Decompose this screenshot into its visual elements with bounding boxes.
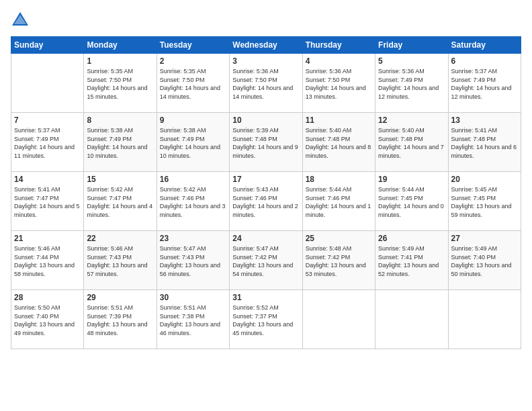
- day-number: 11: [306, 116, 372, 125]
- calendar-week-row: 14 Sunrise: 5:41 AMSunset: 7:47 PMDaylig…: [11, 172, 521, 231]
- calendar-cell: 16 Sunrise: 5:42 AMSunset: 7:46 PMDaylig…: [157, 172, 229, 231]
- calendar-header-wednesday: Wednesday: [230, 37, 302, 54]
- day-info: Sunrise: 5:36 AMSunset: 7:49 PMDaylight:…: [378, 68, 439, 100]
- calendar-cell: 18 Sunrise: 5:44 AMSunset: 7:46 PMDaylig…: [302, 172, 375, 231]
- calendar-week-row: 21 Sunrise: 5:46 AMSunset: 7:44 PMDaylig…: [11, 231, 521, 290]
- day-number: 13: [451, 116, 518, 125]
- calendar-header-saturday: Saturday: [448, 37, 521, 54]
- calendar-cell: [448, 290, 521, 349]
- day-info: Sunrise: 5:42 AMSunset: 7:47 PMDaylight:…: [87, 186, 152, 218]
- calendar-cell: 2 Sunrise: 5:35 AMSunset: 7:50 PMDayligh…: [157, 54, 229, 113]
- calendar-cell: 3 Sunrise: 5:36 AMSunset: 7:50 PMDayligh…: [230, 54, 302, 113]
- day-number: 29: [87, 293, 153, 302]
- calendar-cell: 11 Sunrise: 5:40 AMSunset: 7:48 PMDaylig…: [302, 113, 375, 172]
- calendar-cell: 5 Sunrise: 5:36 AMSunset: 7:49 PMDayligh…: [375, 54, 448, 113]
- day-info: Sunrise: 5:44 AMSunset: 7:46 PMDaylight:…: [306, 186, 371, 218]
- day-number: 9: [160, 116, 226, 125]
- calendar-header-friday: Friday: [375, 37, 448, 54]
- calendar-header-monday: Monday: [84, 37, 157, 54]
- calendar-header-row: SundayMondayTuesdayWednesdayThursdayFrid…: [11, 37, 521, 54]
- day-number: 10: [232, 116, 299, 125]
- day-number: 14: [14, 175, 81, 184]
- calendar-cell: 14 Sunrise: 5:41 AMSunset: 7:47 PMDaylig…: [11, 172, 84, 231]
- day-info: Sunrise: 5:38 AMSunset: 7:49 PMDaylight:…: [160, 127, 220, 159]
- day-number: 8: [87, 116, 153, 125]
- day-number: 21: [14, 234, 81, 243]
- day-number: 12: [378, 116, 445, 125]
- calendar-cell: 27 Sunrise: 5:49 AMSunset: 7:40 PMDaylig…: [448, 231, 521, 290]
- day-info: Sunrise: 5:50 AMSunset: 7:40 PMDaylight:…: [14, 304, 75, 336]
- day-number: 18: [306, 175, 372, 184]
- day-number: 24: [232, 234, 299, 243]
- calendar-cell: [375, 290, 448, 349]
- day-number: 1: [87, 56, 153, 66]
- day-number: 19: [378, 175, 445, 184]
- day-info: Sunrise: 5:35 AMSunset: 7:50 PMDaylight:…: [87, 68, 147, 100]
- day-number: 7: [14, 116, 81, 125]
- day-number: 2: [160, 56, 226, 66]
- calendar-header-tuesday: Tuesday: [157, 37, 229, 54]
- day-info: Sunrise: 5:39 AMSunset: 7:48 PMDaylight:…: [232, 127, 298, 159]
- day-info: Sunrise: 5:52 AMSunset: 7:37 PMDaylight:…: [232, 304, 293, 336]
- calendar-cell: 21 Sunrise: 5:46 AMSunset: 7:44 PMDaylig…: [11, 231, 84, 290]
- day-number: 22: [87, 234, 153, 243]
- calendar-cell: 23 Sunrise: 5:47 AMSunset: 7:43 PMDaylig…: [157, 231, 229, 290]
- calendar-cell: 1 Sunrise: 5:35 AMSunset: 7:50 PMDayligh…: [84, 54, 157, 113]
- day-info: Sunrise: 5:49 AMSunset: 7:40 PMDaylight:…: [451, 245, 512, 277]
- calendar-cell: 30 Sunrise: 5:51 AMSunset: 7:38 PMDaylig…: [157, 290, 229, 349]
- day-number: 27: [451, 234, 518, 243]
- calendar-cell: 12 Sunrise: 5:40 AMSunset: 7:48 PMDaylig…: [375, 113, 448, 172]
- calendar-cell: 19 Sunrise: 5:44 AMSunset: 7:45 PMDaylig…: [375, 172, 448, 231]
- page: SundayMondayTuesdayWednesdayThursdayFrid…: [0, 0, 532, 411]
- logo: [11, 11, 31, 30]
- calendar-cell: 13 Sunrise: 5:41 AMSunset: 7:48 PMDaylig…: [448, 113, 521, 172]
- day-number: 17: [232, 175, 299, 184]
- day-info: Sunrise: 5:46 AMSunset: 7:43 PMDaylight:…: [87, 245, 147, 277]
- day-info: Sunrise: 5:43 AMSunset: 7:46 PMDaylight:…: [232, 186, 298, 218]
- calendar-week-row: 1 Sunrise: 5:35 AMSunset: 7:50 PMDayligh…: [11, 54, 521, 113]
- calendar-header-sunday: Sunday: [11, 37, 84, 54]
- calendar-cell: 31 Sunrise: 5:52 AMSunset: 7:37 PMDaylig…: [230, 290, 302, 349]
- day-info: Sunrise: 5:42 AMSunset: 7:46 PMDaylight:…: [160, 186, 226, 218]
- day-number: 23: [160, 234, 226, 243]
- day-info: Sunrise: 5:47 AMSunset: 7:42 PMDaylight:…: [232, 245, 293, 277]
- calendar-cell: 25 Sunrise: 5:48 AMSunset: 7:42 PMDaylig…: [302, 231, 375, 290]
- calendar-cell: 17 Sunrise: 5:43 AMSunset: 7:46 PMDaylig…: [230, 172, 302, 231]
- day-info: Sunrise: 5:36 AMSunset: 7:50 PMDaylight:…: [306, 68, 366, 100]
- day-info: Sunrise: 5:51 AMSunset: 7:38 PMDaylight:…: [160, 304, 220, 336]
- calendar-cell: 20 Sunrise: 5:45 AMSunset: 7:45 PMDaylig…: [448, 172, 521, 231]
- calendar-cell: 10 Sunrise: 5:39 AMSunset: 7:48 PMDaylig…: [230, 113, 302, 172]
- day-info: Sunrise: 5:41 AMSunset: 7:47 PMDaylight:…: [14, 186, 80, 218]
- day-info: Sunrise: 5:48 AMSunset: 7:42 PMDaylight:…: [306, 245, 366, 277]
- calendar-week-row: 7 Sunrise: 5:37 AMSunset: 7:49 PMDayligh…: [11, 113, 521, 172]
- calendar-cell: 29 Sunrise: 5:51 AMSunset: 7:39 PMDaylig…: [84, 290, 157, 349]
- day-number: 4: [306, 56, 372, 66]
- day-number: 20: [451, 175, 518, 184]
- day-info: Sunrise: 5:36 AMSunset: 7:50 PMDaylight:…: [232, 68, 293, 100]
- day-number: 15: [87, 175, 153, 184]
- day-number: 26: [378, 234, 445, 243]
- day-info: Sunrise: 5:44 AMSunset: 7:45 PMDaylight:…: [378, 186, 444, 218]
- calendar-cell: 6 Sunrise: 5:37 AMSunset: 7:49 PMDayligh…: [448, 54, 521, 113]
- calendar-cell: 4 Sunrise: 5:36 AMSunset: 7:50 PMDayligh…: [302, 54, 375, 113]
- day-number: 28: [14, 293, 81, 302]
- calendar-cell: 9 Sunrise: 5:38 AMSunset: 7:49 PMDayligh…: [157, 113, 229, 172]
- day-info: Sunrise: 5:35 AMSunset: 7:50 PMDaylight:…: [160, 68, 220, 100]
- day-info: Sunrise: 5:40 AMSunset: 7:48 PMDaylight:…: [306, 127, 371, 159]
- day-number: 25: [306, 234, 372, 243]
- logo-icon: [11, 11, 30, 30]
- calendar-cell: 22 Sunrise: 5:46 AMSunset: 7:43 PMDaylig…: [84, 231, 157, 290]
- day-info: Sunrise: 5:37 AMSunset: 7:49 PMDaylight:…: [451, 68, 512, 100]
- calendar-week-row: 28 Sunrise: 5:50 AMSunset: 7:40 PMDaylig…: [11, 290, 521, 349]
- calendar-cell: 8 Sunrise: 5:38 AMSunset: 7:49 PMDayligh…: [84, 113, 157, 172]
- day-info: Sunrise: 5:41 AMSunset: 7:48 PMDaylight:…: [451, 127, 517, 159]
- calendar-cell: 24 Sunrise: 5:47 AMSunset: 7:42 PMDaylig…: [230, 231, 302, 290]
- day-number: 5: [378, 56, 445, 66]
- calendar-cell: 15 Sunrise: 5:42 AMSunset: 7:47 PMDaylig…: [84, 172, 157, 231]
- calendar-cell: 26 Sunrise: 5:49 AMSunset: 7:41 PMDaylig…: [375, 231, 448, 290]
- day-number: 6: [451, 56, 518, 66]
- day-info: Sunrise: 5:51 AMSunset: 7:39 PMDaylight:…: [87, 304, 147, 336]
- calendar-table: SundayMondayTuesdayWednesdayThursdayFrid…: [11, 36, 521, 349]
- day-number: 31: [232, 293, 299, 302]
- calendar-cell: [11, 54, 84, 113]
